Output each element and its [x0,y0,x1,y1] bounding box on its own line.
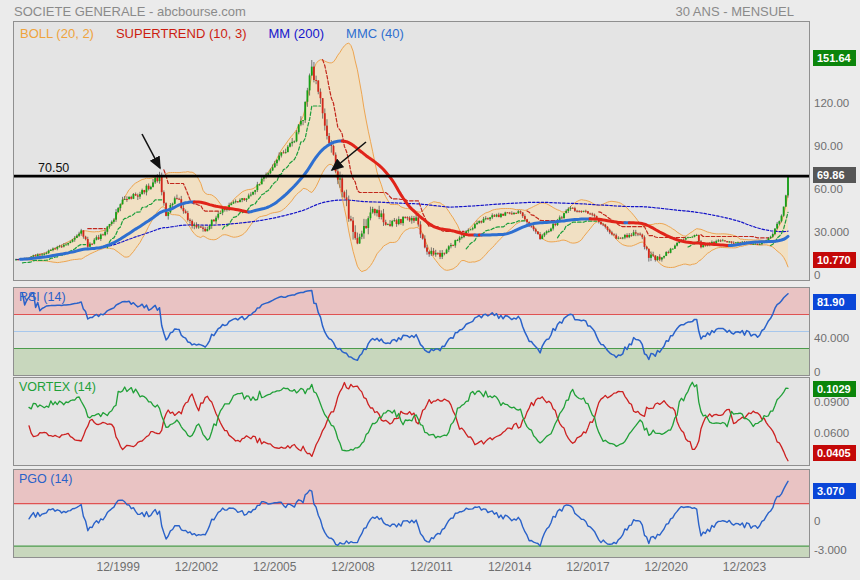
y-tick-label: 0.0600 [814,427,849,439]
legend-mmc40: MMC (40) [346,26,404,41]
vortex-panel [13,377,810,466]
legend-boll: BOLL (20, 2) [20,26,94,41]
y-tick-label: 30.000 [814,226,849,238]
price-badge: 151.64 [813,50,856,66]
x-tick-label: 12/1999 [88,560,148,574]
period-label: 30 ANS - MENSUEL [676,4,795,19]
price-badge: 0.0405 [813,445,856,461]
chart-application: { "header": { "title": "SOCIETE GENERALE… [0,0,860,580]
rsi-panel [13,287,810,376]
y-tick-label: -3.000 [814,544,847,556]
y-tick-label: 40.000 [814,332,849,344]
price-badge: 3.070 [813,483,856,499]
x-tick-label: 12/2020 [636,560,696,574]
rsi-label: RSI (14) [19,290,66,304]
pgo-panel [13,469,810,558]
pgo-label: PGO (14) [19,472,73,486]
x-tick-label: 12/2008 [323,560,383,574]
y-tick-label: 0 [814,269,820,281]
price-badge: 69.86 [813,167,856,183]
y-tick-label: 60.00 [814,183,843,195]
svg-text:70.50: 70.50 [38,161,69,175]
y-tick-label: 0 [814,515,820,527]
x-tick-label: 12/2014 [480,560,540,574]
legend-supertrend: SUPERTREND (10, 3) [116,26,247,41]
chart-title: SOCIETE GENERALE - abcbourse.com [14,4,246,19]
x-tick-label: 12/2002 [166,560,226,574]
price-chart-canvas[interactable]: 70.50 [14,22,809,280]
price-badge: 10.770 [813,252,856,268]
price-badge: 0.1029 [813,381,856,397]
rsi-canvas[interactable] [14,288,809,375]
vortex-label: VORTEX (14) [19,380,96,394]
x-tick-label: 12/2005 [245,560,305,574]
x-tick-label: 12/2023 [715,560,775,574]
y-tick-label: 0.0900 [814,396,849,408]
y-tick-label: 0 [814,366,820,378]
price-chart-panel: 70.50 [13,21,810,281]
y-tick-label: 120.00 [814,97,849,109]
pgo-canvas[interactable] [14,470,809,557]
legend-mm200: MM (200) [268,26,324,41]
y-tick-label: 90.00 [814,140,843,152]
x-tick-label: 12/2011 [401,560,461,574]
x-tick-label: 12/2017 [558,560,618,574]
legend: BOLL (20, 2) SUPERTREND (10, 3) MM (200)… [20,26,404,41]
price-badge: 81.90 [813,294,856,310]
vortex-canvas[interactable] [14,378,809,465]
